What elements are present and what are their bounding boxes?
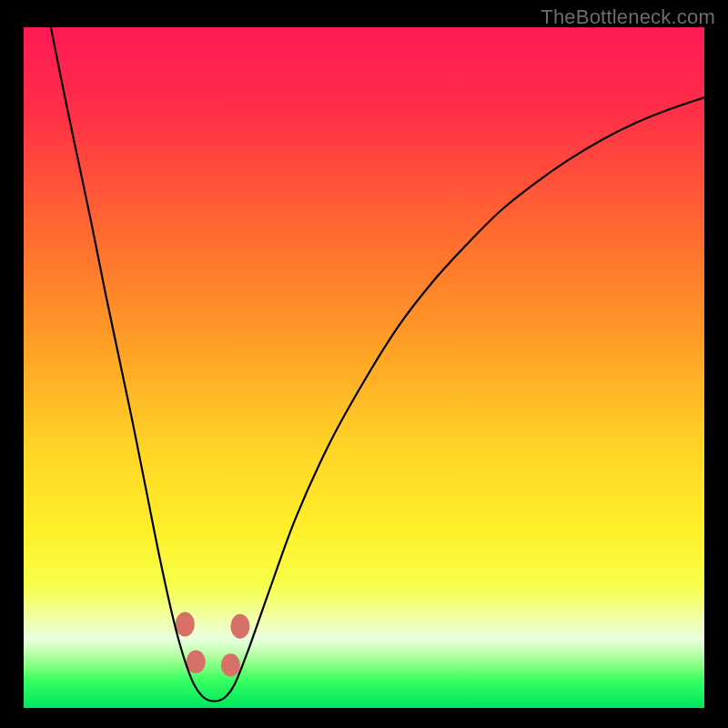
curve-marker bbox=[176, 612, 195, 637]
gradient-background bbox=[24, 27, 704, 708]
plot-area bbox=[24, 27, 704, 708]
curve-marker bbox=[187, 650, 206, 672]
chart-frame: TheBottleneck.com bbox=[0, 0, 728, 728]
plot-svg bbox=[24, 27, 704, 708]
watermark-text: TheBottleneck.com bbox=[541, 5, 715, 29]
curve-marker bbox=[221, 653, 240, 676]
curve-marker bbox=[230, 614, 249, 639]
